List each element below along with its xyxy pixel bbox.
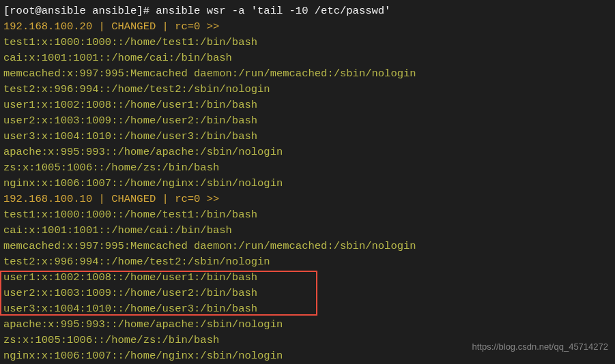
passwd-line: memcached:x:997:995:Memcached daemon:/ru… [0,66,615,82]
passwd-line: nginx:x:1006:1007::/home/nginx:/sbin/nol… [0,176,615,192]
passwd-line: user1:x:1002:1008::/home/user1:/bin/bash [0,97,615,113]
passwd-line: test2:x:996:994::/home/test2:/sbin/nolog… [0,82,615,97]
passwd-line: test1:x:1000:1000::/home/test1:/bin/bash [0,35,615,50]
watermark: https://blog.csdn.net/qq_45714272 [472,339,609,354]
passwd-line: test1:x:1000:1000::/home/test1:/bin/bash [0,207,615,223]
host1-header: 192.168.100.20 | CHANGED | rc=0 >> [0,19,615,35]
passwd-line: test2:x:996:994::/home/test2:/sbin/nolog… [0,254,615,270]
passwd-line: user2:x:1003:1009::/home/user2:/bin/bash [0,286,615,301]
passwd-line: user1:x:1002:1008::/home/user1:/bin/bash [0,270,615,286]
passwd-line: memcached:x:997:995:Memcached daemon:/ru… [0,239,615,254]
passwd-line: zs:x:1005:1006::/home/zs:/bin/bash [0,160,615,176]
passwd-line: apache:x:995:993::/home/apache:/sbin/nol… [0,317,615,333]
passwd-line: user3:x:1004:1010::/home/user3:/bin/bash [0,301,615,317]
terminal-prompt: [root@ansible ansible]# ansible wsr -a '… [0,3,615,19]
passwd-line: user2:x:1003:1009::/home/user2:/bin/bash [0,113,615,129]
passwd-line: cai:x:1001:1001::/home/cai:/bin/bash [0,50,615,66]
passwd-line: apache:x:995:993::/home/apache:/sbin/nol… [0,145,615,160]
passwd-line: user3:x:1004:1010::/home/user3:/bin/bash [0,129,615,145]
passwd-line: cai:x:1001:1001::/home/cai:/bin/bash [0,223,615,239]
host2-header: 192.168.100.10 | CHANGED | rc=0 >> [0,192,615,207]
